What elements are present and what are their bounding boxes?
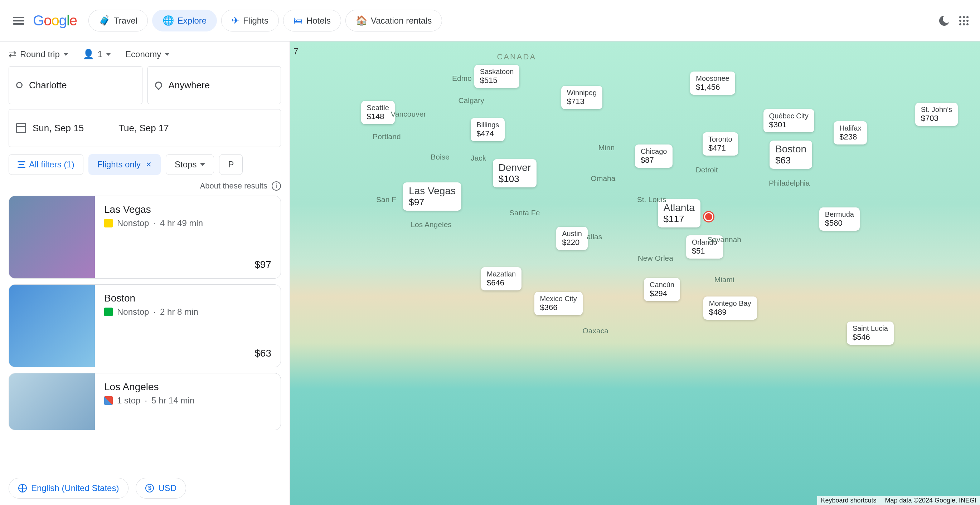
price-tag[interactable]: St. John's$703 [915,103,958,126]
price-tag[interactable]: Atlanta$117 [658,199,700,227]
tag-city: Québec City [769,112,808,120]
city-label: Vancouver [390,110,426,118]
city-label: Minn [598,143,615,152]
tag-price: $97 [409,197,456,208]
stops-label: Stops [175,159,197,170]
google-logo[interactable]: Google [33,13,77,29]
price-tag[interactable]: Boston$63 [770,141,812,169]
price: $63 [104,348,271,359]
language-label: English (United States) [31,483,119,493]
result-card-las-vegas[interactable]: Las Vegas Nonstop · 4 hr 49 min $97 [9,195,281,279]
tag-city: Moosonee [696,75,729,83]
tag-city: Mexico City [540,295,577,303]
price-tag[interactable]: Austin$220 [556,227,588,250]
dollar-icon: $ [145,484,154,492]
tag-city: Las Vegas [409,185,456,197]
cabin-select[interactable]: Economy [125,49,170,59]
canada-label: CANADA [497,52,536,62]
price-chip[interactable]: P [219,154,243,175]
info-icon[interactable]: i [272,181,281,191]
passengers-select[interactable]: 👤 1 [83,49,111,60]
globe-icon [18,484,27,492]
price-tag[interactable]: Cancún$294 [644,278,680,301]
price-tag[interactable]: Billings$474 [471,118,505,141]
price-tag[interactable]: Chicago$87 [635,145,673,168]
trip-type-label: Round trip [20,49,60,59]
filter-icon [18,161,25,168]
chevron-down-icon [200,163,205,166]
tag-price: $117 [663,213,695,225]
price-tag[interactable]: Seattle$148 [361,101,395,124]
city-label: Los Angeles [410,220,451,229]
city-label: Philadelphia [769,179,810,187]
currency-chip[interactable]: $ USD [136,478,186,499]
price-tag[interactable]: Halifax$238 [834,121,867,145]
flights-only-chip[interactable]: Flights only ✕ [88,154,161,175]
keyboard-shortcuts-link[interactable]: Keyboard shortcuts [821,497,876,504]
stops-chip[interactable]: Stops [166,154,214,175]
nav-rentals[interactable]: 🏠Vacation rentals [345,10,442,32]
tag-price: $489 [709,308,751,317]
destination-input[interactable]: Anywhere [148,66,281,104]
price-tag[interactable]: Montego Bay$489 [703,297,757,320]
about-results-label: About these results [200,181,267,191]
tag-price: $87 [641,156,667,165]
nav-hotels[interactable]: 🛏Hotels [283,10,341,32]
price-tag[interactable]: Denver$103 [493,159,536,187]
tag-price: $1,456 [696,83,729,92]
tag-city: Montego Bay [709,299,751,308]
nav-flights[interactable]: ✈Flights [221,10,279,32]
map[interactable]: 7 CANADA Keyboard shortcuts Map data ©20… [290,41,980,505]
tag-city: Billings [476,121,499,129]
price-tag[interactable]: Saskatoon$515 [474,65,520,88]
date-range-input[interactable]: Sun, Sep 15 Tue, Sep 17 [9,109,281,147]
map-data-label: Map data ©2024 Google, INEGI [885,497,977,504]
nav-label: Flights [243,16,269,26]
language-chip[interactable]: English (United States) [9,478,129,499]
duration-text: 5 hr 14 min [151,395,194,406]
tag-city: Bermuda [825,210,854,219]
tag-city: Saint Lucia [853,324,888,333]
nav-travel[interactable]: 🧳Travel [88,10,148,32]
close-icon[interactable]: ✕ [146,160,152,169]
origin-marker[interactable] [704,212,713,221]
origin-value: Charlotte [29,80,67,91]
nav-explore[interactable]: 🌐Explore [152,10,217,32]
all-filters-label: All filters (1) [29,159,75,170]
price-tag[interactable]: Saint Lucia$546 [847,322,894,345]
destination-name: Los Angeles [104,381,271,393]
chevron-down-icon [165,53,170,56]
destination-name: Las Vegas [104,204,271,215]
tag-city: Halifax [839,124,861,132]
tag-price: $220 [562,238,582,247]
trip-type-select[interactable]: ⇄ Round trip [9,49,68,60]
city-label: Edmo [452,74,472,83]
all-filters-chip[interactable]: All filters (1) [9,154,83,175]
tag-price: $713 [567,97,597,106]
tag-city: Chicago [641,147,667,156]
price-tag[interactable]: Moosonee$1,456 [690,71,735,95]
origin-input[interactable]: Charlotte [9,66,142,104]
tag-price: $703 [921,114,952,123]
stops-text: 1 stop [117,395,140,406]
person-icon: 👤 [83,49,94,60]
price-tag[interactable]: Mexico City$366 [535,292,583,315]
price-tag[interactable]: Toronto$471 [703,132,738,156]
sidebar: ⇄ Round trip 👤 1 Economy Charlotte [0,41,290,505]
about-results-row: About these results i [9,181,281,191]
dark-mode-icon[interactable] [939,16,949,26]
result-card-boston[interactable]: Boston Nonstop · 2 hr 8 min $63 [9,284,281,367]
result-card-los-angeles[interactable]: Los Angeles 1 stop · 5 hr 14 min [9,373,281,430]
hamburger-menu-icon[interactable] [9,11,29,31]
tag-city: Atlanta [663,202,695,213]
price-tag[interactable]: Mazatlan$646 [481,267,522,291]
tag-price: $515 [480,76,514,85]
tag-city: Seattle [367,104,389,112]
price-tag[interactable]: Bermuda$580 [819,207,860,231]
price-tag[interactable]: Las Vegas$97 [403,183,461,211]
price-tag[interactable]: Québec City$301 [764,109,814,132]
city-label: Detroit [696,165,718,174]
price-tag[interactable]: Orlando$51 [686,235,723,259]
apps-grid-icon[interactable] [956,13,971,28]
price-tag[interactable]: Winnipeg$713 [561,86,602,109]
